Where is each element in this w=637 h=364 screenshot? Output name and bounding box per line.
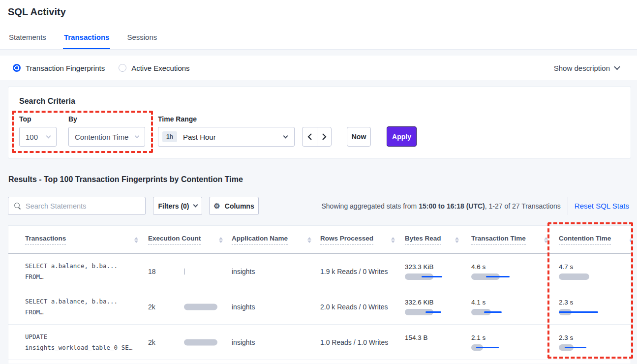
- transaction-time-cell: 4.1 s: [471, 299, 518, 315]
- transaction-time-bar: [471, 273, 518, 280]
- rows-processed-value: 1.0 Reads / 1.0 Writes: [320, 338, 388, 346]
- radio-label: Active Executions: [131, 64, 189, 72]
- top-label: Top: [19, 115, 31, 123]
- now-button[interactable]: Now: [347, 127, 371, 147]
- rows-processed-value: 2.0 k Reads / 0 Writes: [320, 303, 388, 311]
- filters-button[interactable]: Filters (0): [153, 197, 202, 215]
- chevron-down-icon: [46, 133, 51, 138]
- radio-label: Transaction Fingerprints: [26, 64, 105, 72]
- contention-time-bar: [559, 273, 606, 280]
- column-header-application-name: Application Name: [232, 226, 311, 254]
- time-range-select[interactable]: 1h Past Hour: [158, 127, 295, 147]
- search-criteria-title: Search Criteria: [19, 97, 75, 106]
- sort-toggle[interactable]: [455, 237, 459, 243]
- results-controls: Filters (0) ⚙ Columns Showing aggregated…: [8, 197, 631, 215]
- transaction-statement-link[interactable]: UPDATE insights_workload_table_0 SE…: [25, 332, 132, 353]
- time-range-value: Past Hour: [183, 133, 278, 141]
- show-description-label: Show description: [554, 64, 610, 72]
- search-icon: [14, 203, 21, 210]
- search-input[interactable]: [26, 202, 139, 210]
- radio-active-executions[interactable]: Active Executions: [119, 64, 189, 72]
- chevron-down-icon: [283, 133, 288, 138]
- transaction-statement-link[interactable]: SELECT a.balance, b.ba... FROM…: [25, 261, 118, 282]
- bytes-read-value: 323.3 KiB: [405, 263, 452, 271]
- results-table: Transactions Execution Count Application…: [8, 225, 631, 364]
- transaction-time-cell: 2.1 s: [471, 334, 518, 351]
- bytes-read-value: 154.3 B: [405, 334, 452, 341]
- time-range-stepper: [302, 127, 332, 147]
- execution-count-bar: [184, 303, 223, 310]
- tab-sessions[interactable]: Sessions: [126, 33, 158, 49]
- column-header-transactions: Transactions: [25, 226, 138, 254]
- contention-time-cell: 2.3 s: [559, 299, 606, 315]
- time-range-badge: 1h: [162, 131, 177, 142]
- contention-time-value: 4.7 s: [559, 263, 606, 271]
- table-row[interactable]: UPDATE insights_workload_table_0 SE… 2k …: [8, 325, 631, 360]
- filters-label: Filters (0): [158, 202, 189, 210]
- table-row[interactable]: SELECT a.balance, b.ba... FROM… 18 insig…: [8, 254, 631, 289]
- column-header-contention-time: Contention Time: [559, 226, 631, 254]
- sort-toggle[interactable]: [307, 237, 311, 243]
- contention-time-value: 2.3 s: [559, 334, 606, 341]
- by-label: By: [68, 115, 77, 123]
- transaction-time-value: 4.6 s: [471, 263, 518, 271]
- radio-unchecked-icon: [119, 64, 126, 72]
- table-row[interactable]: SELECT a.balance, b.ba... FROM… 2k insig…: [8, 289, 631, 325]
- reset-sql-stats-link[interactable]: Reset SQL Stats: [575, 202, 629, 210]
- execution-count-value: 2k: [148, 303, 155, 311]
- execution-count-value: 18: [148, 268, 156, 275]
- transaction-time-value: 4.1 s: [471, 299, 518, 306]
- contention-time-cell: 4.7 s: [559, 263, 606, 280]
- transaction-time-bar: [471, 309, 518, 315]
- columns-label: Columns: [225, 202, 254, 210]
- apply-button[interactable]: Apply: [387, 126, 417, 147]
- radio-transaction-fingerprints[interactable]: Transaction Fingerprints: [13, 64, 105, 72]
- sort-toggle[interactable]: [391, 237, 395, 243]
- results-heading: Results - Top 100 Transaction Fingerprin…: [8, 175, 243, 184]
- transaction-statement-link[interactable]: SELECT a.balance, b.ba... FROM…: [25, 296, 118, 318]
- chevron-left-icon: [307, 133, 312, 140]
- view-toggle-band: Transaction Fingerprints Active Executio…: [0, 56, 637, 80]
- columns-button[interactable]: ⚙ Columns: [209, 197, 259, 215]
- bytes-read-bar: [405, 344, 452, 351]
- tab-statements[interactable]: Statements: [8, 33, 47, 49]
- contention-time-bar: [559, 309, 606, 315]
- chevron-down-icon: [135, 133, 140, 138]
- table-header-row: Transactions Execution Count Application…: [8, 226, 631, 254]
- contention-time-value: 2.3 s: [559, 299, 606, 306]
- application-name-value: insights: [232, 338, 255, 346]
- column-header-transaction-time: Transaction Time: [471, 226, 548, 254]
- search-criteria-card: Search Criteria Top 100 By Contention Ti…: [8, 86, 631, 159]
- sort-toggle[interactable]: [134, 237, 138, 243]
- top-select[interactable]: 100: [19, 127, 57, 147]
- column-header-bytes-read: Bytes Read: [405, 226, 459, 254]
- bytes-read-bar: [405, 273, 452, 280]
- bytes-read-cell: 332.6 KiB: [405, 299, 452, 315]
- bytes-read-cell: 154.3 B: [405, 334, 452, 351]
- contention-time-bar: [559, 344, 606, 351]
- top-select-value: 100: [26, 133, 38, 141]
- divider: [568, 197, 568, 215]
- execution-count-bar: [184, 268, 223, 274]
- rows-processed-value: 1.9 k Reads / 0 Writes: [320, 268, 388, 275]
- sort-toggle[interactable]: [544, 237, 548, 243]
- bytes-read-cell: 323.3 KiB: [405, 263, 452, 280]
- bytes-read-bar: [405, 309, 452, 315]
- chevron-down-icon: [614, 64, 620, 70]
- tab-transactions[interactable]: Transactions: [63, 33, 111, 49]
- chevron-down-icon: [193, 203, 198, 208]
- search-box: [8, 197, 146, 215]
- transaction-time-bar: [471, 344, 518, 351]
- stats-summary: Showing aggregated stats from 15:00 to 1…: [321, 202, 560, 210]
- by-select[interactable]: Contention Time: [68, 127, 145, 147]
- bytes-read-value: 332.6 KiB: [405, 299, 452, 306]
- by-select-value: Contention Time: [75, 133, 128, 141]
- time-prev-button[interactable]: [303, 127, 317, 146]
- sort-toggle[interactable]: [219, 237, 223, 243]
- sort-toggle-active-desc[interactable]: [630, 237, 631, 243]
- transaction-time-cell: 4.6 s: [471, 263, 518, 280]
- show-description-toggle[interactable]: Show description: [554, 64, 619, 72]
- tab-bar: Statements Transactions Sessions: [8, 33, 158, 49]
- time-next-button[interactable]: [317, 127, 331, 146]
- time-range-label: Time Range: [158, 115, 197, 123]
